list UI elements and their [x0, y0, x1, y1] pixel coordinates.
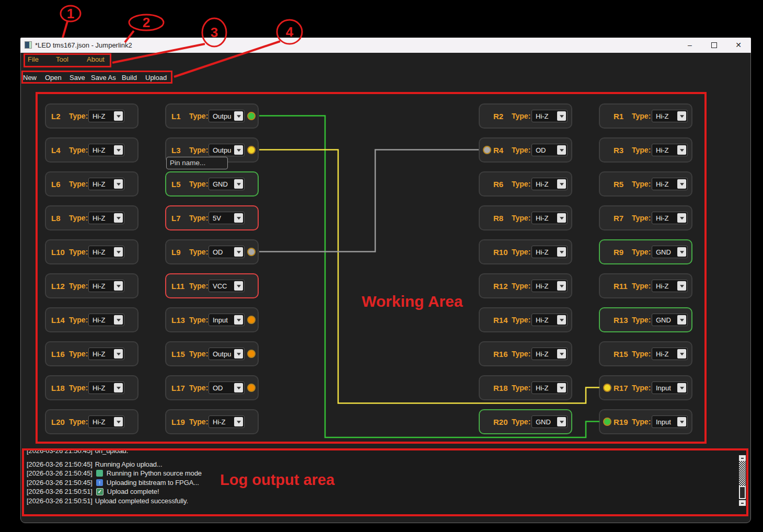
close-button[interactable]: ✕ — [731, 39, 746, 52]
menu-annotation-box — [24, 53, 111, 67]
working-area-annotation-box — [36, 92, 707, 444]
maximize-button[interactable] — [711, 42, 717, 48]
window-title: *LED tms167.json - Jumperlink2 — [35, 41, 132, 49]
annotation-number-1: 1 — [67, 6, 74, 21]
annotation-circle-2 — [129, 15, 164, 30]
working-area-label: Working Area — [362, 293, 463, 310]
minimize-button[interactable]: – — [682, 39, 698, 52]
menu-bar — [20, 53, 751, 68]
annotation-circle-1 — [61, 6, 80, 21]
app-icon — [25, 41, 32, 49]
log-area-annotation-box — [22, 448, 748, 516]
toolbar-annotation-box — [21, 71, 172, 84]
annotation-leader-1 — [63, 21, 67, 38]
log-area-label: Log output area — [220, 471, 334, 489]
annotation-number-2: 2 — [143, 15, 150, 30]
